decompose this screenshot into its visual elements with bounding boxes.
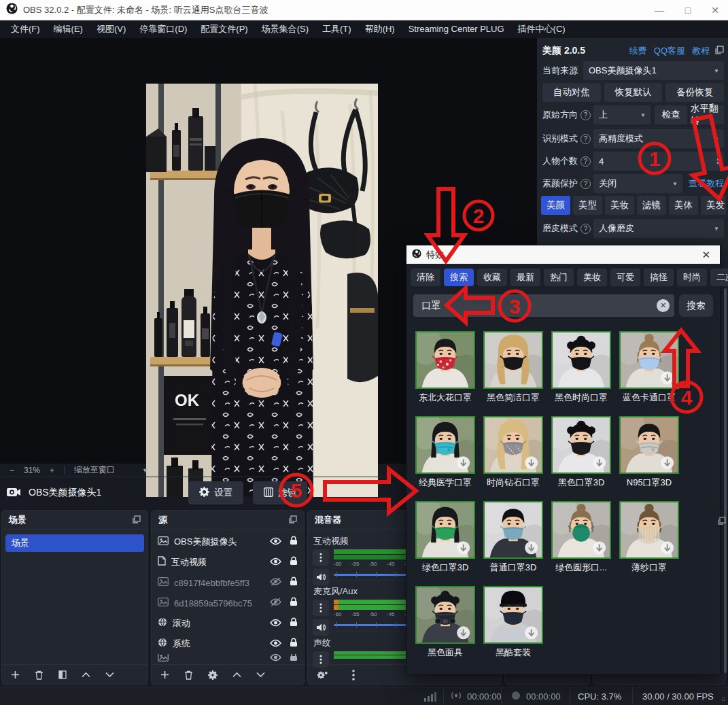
move-scene-up-icon[interactable]	[82, 672, 90, 678]
effects-tab-二次元[interactable]: 二次元	[710, 269, 728, 286]
effect-item-N95口罩3D[interactable]: N95口罩3D	[619, 416, 679, 489]
source-row-c8917f4ebbfbfe5ff3[interactable]: c8917f4ebbfbfe5ff3	[152, 572, 304, 593]
beauty-tab-美妆[interactable]: 美妆	[605, 196, 634, 215]
menu-item-10[interactable]: 插件中心(C)	[511, 20, 572, 38]
beauty-tab-美型[interactable]: 美型	[573, 196, 602, 215]
spinner-arrows-icon[interactable]: ▲▼	[716, 157, 720, 165]
effect-item-时尚钻石口罩[interactable]: 时尚钻石口罩	[483, 416, 543, 489]
renew-link[interactable]: 续费	[629, 45, 647, 57]
minimize-button[interactable]: —	[648, 0, 671, 20]
recognition-mode-select[interactable]: 高精度模式▼	[593, 129, 724, 148]
qq-support-link[interactable]: QQ客服	[654, 45, 685, 57]
zoom-in-button[interactable]: +	[50, 466, 54, 475]
effect-thumbnail[interactable]	[551, 501, 611, 559]
lock-icon[interactable]	[290, 638, 298, 650]
tutorial-top-link[interactable]: 教程	[692, 45, 710, 57]
source-row-滚动[interactable]: 滚动	[152, 613, 304, 634]
effect-item-黑色口罩3D[interactable]: 黑色口罩3D	[551, 416, 611, 489]
clear-search-icon[interactable]: ✕	[657, 299, 670, 312]
settings-button[interactable]: 设置	[188, 481, 243, 504]
visibility-eye-off-icon[interactable]	[270, 597, 281, 609]
orientation-select[interactable]: 上▼	[593, 105, 651, 124]
effect-thumbnail[interactable]	[415, 501, 475, 559]
lock-icon[interactable]	[290, 597, 298, 609]
beauty-tab-美发[interactable]: 美发	[701, 196, 726, 215]
menu-item-8[interactable]: 帮助(H)	[358, 20, 402, 38]
effect-thumbnail[interactable]	[483, 501, 543, 559]
add-scene-icon[interactable]	[11, 670, 20, 679]
move-source-down-icon[interactable]	[256, 672, 265, 678]
mixer-menu-icon[interactable]	[352, 670, 355, 681]
visibility-eye-icon[interactable]	[270, 617, 281, 630]
help-icon[interactable]: ?	[580, 134, 591, 144]
effects-tab-搜索[interactable]: 搜索	[444, 269, 474, 286]
effect-thumbnail[interactable]	[619, 501, 679, 559]
chevron-down-icon[interactable]: ▼	[142, 467, 148, 474]
effect-item-普通口罩3D[interactable]: 普通口罩3D	[483, 501, 543, 574]
move-scene-down-icon[interactable]	[105, 672, 114, 678]
source-select[interactable]: OBS美颜摄像头1▼	[583, 61, 724, 80]
lock-icon[interactable]	[290, 577, 298, 589]
filters-button[interactable]: 滤镜	[253, 481, 307, 504]
scene-filters-icon[interactable]	[58, 670, 67, 679]
effect-thumbnail[interactable]	[483, 586, 543, 644]
fit-to-window-button[interactable]: 缩放至窗口	[74, 464, 115, 476]
maximize-button[interactable]: □	[676, 0, 699, 20]
effect-item-东北大花口罩[interactable]: 东北大花口罩	[415, 331, 475, 405]
smooth-mode-select[interactable]: 人像磨皮▼	[593, 219, 724, 238]
lock-icon[interactable]	[290, 556, 298, 568]
effect-thumbnail[interactable]	[483, 331, 543, 389]
autofocus-button[interactable]: 自动对焦	[542, 83, 601, 102]
restore-default-button[interactable]: 恢复默认	[604, 83, 663, 102]
visibility-eye-icon[interactable]	[270, 638, 281, 650]
effect-item-绿色圆形口...[interactable]: 绿色圆形口...	[551, 501, 611, 574]
dialog-close-button[interactable]: ✕	[697, 249, 714, 261]
source-row-6d18859a5796bc75[interactable]: 6d18859a5796bc75	[152, 593, 304, 613]
help-icon[interactable]: ?	[580, 110, 591, 120]
dock-popout-icon[interactable]	[718, 515, 726, 528]
effects-tab-时尚[interactable]: 时尚	[677, 269, 707, 286]
speaker-icon[interactable]	[313, 619, 329, 636]
help-icon[interactable]: ?	[580, 156, 591, 167]
scrollbar[interactable]	[724, 288, 727, 673]
remove-scene-icon[interactable]	[35, 670, 44, 680]
search-button[interactable]: 搜索	[679, 294, 713, 317]
resize-grip[interactable]: ⠿	[721, 696, 726, 703]
effects-tab-可爱[interactable]: 可爱	[610, 269, 640, 286]
effect-thumbnail[interactable]	[551, 331, 611, 389]
remove-source-icon[interactable]	[184, 670, 193, 680]
dock-popout-icon[interactable]	[133, 514, 141, 526]
visibility-eye-icon[interactable]	[270, 556, 281, 568]
visibility-eye-off-icon[interactable]	[270, 577, 281, 589]
channel-menu-icon[interactable]	[313, 600, 329, 616]
backup-restore-button[interactable]: 备份恢复	[665, 83, 724, 102]
visibility-eye-icon[interactable]	[270, 654, 281, 661]
menu-item-9[interactable]: Streaming Center PLUG	[402, 20, 511, 38]
effect-item-绿色口罩3D[interactable]: 绿色口罩3D	[415, 501, 475, 574]
effects-tab-清除[interactable]: 清除	[411, 269, 440, 286]
effects-tab-收藏[interactable]: 收藏	[477, 269, 507, 286]
source-row-OBS美颜摄像头[interactable]: OBS美颜摄像头	[152, 532, 304, 552]
lock-icon[interactable]	[290, 654, 298, 661]
effects-tab-美妆[interactable]: 美妆	[577, 269, 607, 286]
add-source-icon[interactable]	[160, 670, 169, 679]
lock-icon[interactable]	[290, 617, 298, 630]
effect-thumbnail[interactable]	[415, 416, 475, 474]
people-count-spinner[interactable]: 4 ▲▼	[593, 152, 724, 171]
effect-item-黑色面具[interactable]: 黑色面具	[415, 586, 475, 659]
beauty-tab-美体[interactable]: 美体	[669, 196, 698, 215]
effect-thumbnail[interactable]	[551, 416, 611, 474]
source-row-系统[interactable]: 系统	[152, 634, 304, 654]
beauty-tab-滤镜[interactable]: 滤镜	[637, 196, 666, 215]
menu-item-6[interactable]: 场景集合(S)	[255, 20, 315, 38]
lock-icon[interactable]	[290, 536, 298, 548]
advanced-audio-icon[interactable]	[317, 670, 328, 680]
menu-item-7[interactable]: 工具(T)	[315, 20, 358, 38]
menu-item-1[interactable]: 文件(F)	[4, 20, 47, 38]
effect-thumbnail[interactable]	[415, 586, 475, 644]
effect-item-黑色时尚口罩[interactable]: 黑色时尚口罩	[551, 331, 611, 405]
effect-thumbnail[interactable]	[619, 331, 679, 389]
menu-item-3[interactable]: 视图(V)	[90, 20, 133, 38]
source-row-互动视频[interactable]: 互动视频	[152, 552, 304, 572]
dock-popout-icon[interactable]	[289, 514, 297, 526]
